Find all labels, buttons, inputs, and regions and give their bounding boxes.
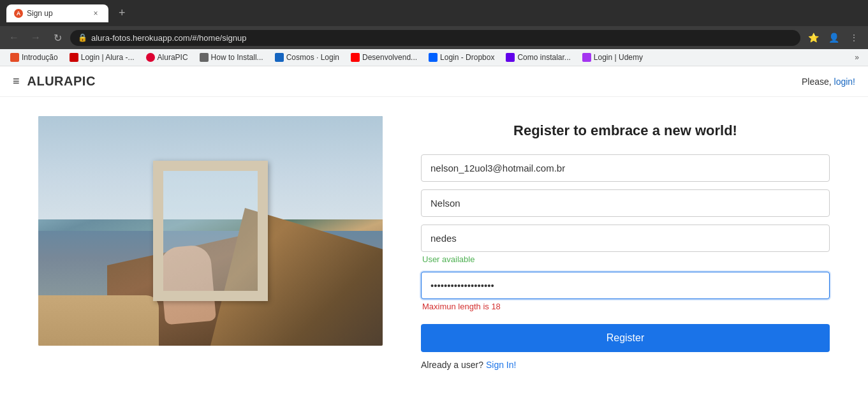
bookmark-cosmos[interactable]: Cosmos · Login [270, 51, 344, 64]
bookmark-como-instalar[interactable]: Como instalar... [501, 51, 575, 64]
photo-background [38, 116, 383, 346]
username-input[interactable] [421, 225, 830, 252]
username-hint: User available [421, 254, 830, 264]
photo-sand [38, 295, 159, 346]
bookmark-favicon [200, 53, 209, 62]
forward-button[interactable]: → [27, 29, 45, 47]
browser-chrome: A Sign up × + ← → ↻ 🔒 alura-fotos.heroku… [0, 0, 868, 66]
bookmark-favicon [70, 53, 78, 62]
password-input[interactable] [421, 272, 830, 299]
browser-title-bar: A Sign up × + [0, 0, 868, 26]
please-login-link[interactable]: login! [834, 77, 855, 87]
name-input[interactable] [421, 189, 830, 217]
bookmark-favicon [429, 53, 438, 62]
name-field-group [421, 189, 830, 217]
app-title: ALURAPIC [27, 74, 96, 89]
bookmark-how-to[interactable]: How to Install... [195, 51, 268, 64]
tab-close-button[interactable]: × [91, 8, 101, 18]
register-button[interactable]: Register [421, 324, 830, 352]
bookmark-favicon [275, 53, 284, 62]
username-field-group: User available [421, 225, 830, 264]
lock-icon: 🔒 [78, 33, 87, 42]
bookmark-favicon [506, 53, 515, 62]
form-title: Register to embrace a new world! [421, 122, 830, 139]
menu-icon[interactable]: ≡ [13, 75, 20, 88]
bookmarks-bar: Introdução Login | Alura -... AluraPIC H… [0, 49, 868, 66]
photo-frame [153, 161, 268, 301]
app-header: ≡ ALURAPIC Please, login! [0, 66, 868, 97]
already-user-text: Already a user? Sign In! [421, 360, 830, 370]
signup-form-container: Register to embrace a new world! User av… [421, 116, 830, 370]
address-text: alura-fotos.herokuapp.com/#/home/signup [91, 33, 247, 43]
bookmark-favicon [351, 53, 360, 62]
email-field-group [421, 154, 830, 182]
sign-in-link[interactable]: Sign In! [486, 360, 516, 370]
email-input[interactable] [421, 154, 830, 182]
nav-actions: ⭐ 👤 ⋮ [804, 29, 863, 47]
extensions-button[interactable]: ⭐ [804, 29, 822, 47]
bookmark-favicon [10, 53, 19, 62]
profile-button[interactable]: 👤 [825, 29, 842, 47]
bookmark-alurapic[interactable]: AluraPIC [141, 51, 193, 64]
tab-title: Sign up [27, 9, 87, 18]
new-tab-button[interactable]: + [114, 4, 131, 22]
tab-favicon: A [14, 9, 23, 18]
bookmark-favicon [582, 53, 591, 62]
bookmark-dropbox[interactable]: Login - Dropbox [423, 51, 499, 64]
bookmark-desenvolvend[interactable]: Desenvolvend... [346, 51, 422, 64]
menu-button[interactable]: ⋮ [845, 29, 863, 47]
please-login-text: Please, login! [802, 77, 855, 87]
bookmark-favicon [146, 53, 155, 62]
bookmark-introducao[interactable]: Introdução [5, 51, 63, 64]
back-button[interactable]: ← [5, 29, 23, 47]
password-field-group: Maximun length is 18 [421, 272, 830, 311]
browser-nav-bar: ← → ↻ 🔒 alura-fotos.herokuapp.com/#/home… [0, 26, 868, 49]
address-bar[interactable]: 🔒 alura-fotos.herokuapp.com/#/home/signu… [70, 30, 800, 46]
reload-button[interactable]: ↻ [48, 29, 66, 47]
browser-tab[interactable]: A Sign up × [6, 4, 108, 22]
bookmarks-more-button[interactable]: » [851, 51, 863, 64]
main-content: Register to embrace a new world! User av… [0, 97, 868, 389]
password-hint: Maximun length is 18 [421, 302, 830, 311]
bookmark-login-alura[interactable]: Login | Alura -... [64, 51, 140, 64]
bookmark-udemy[interactable]: Login | Udemy [577, 51, 648, 64]
hero-image [38, 116, 383, 346]
app-header-left: ≡ ALURAPIC [13, 74, 96, 89]
